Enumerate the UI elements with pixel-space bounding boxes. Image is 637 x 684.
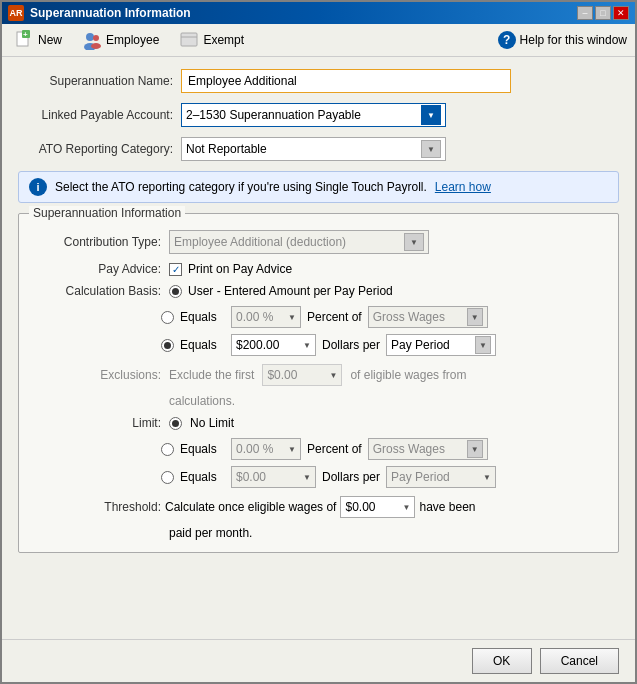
threshold-amount: $0.00 bbox=[345, 500, 375, 514]
exempt-toolbar-item[interactable]: Exempt bbox=[175, 28, 248, 52]
dollar-value-2: $200.00 bbox=[236, 338, 279, 352]
employee-toolbar-item[interactable]: Employee bbox=[78, 28, 163, 52]
no-limit-label: No Limit bbox=[190, 416, 234, 430]
equals-radio-1[interactable] bbox=[161, 311, 174, 324]
svg-text:+: + bbox=[23, 30, 28, 39]
equals-row-4: Equals $0.00 ▼ Dollars per Pay Period ▼ bbox=[161, 466, 606, 488]
new-toolbar-item[interactable]: + New bbox=[10, 28, 66, 52]
help-label: Help for this window bbox=[520, 33, 627, 47]
ok-button[interactable]: OK bbox=[472, 648, 532, 674]
dollar-value-4: $0.00 bbox=[236, 470, 266, 484]
info-bar: i Select the ATO reporting category if y… bbox=[18, 171, 619, 203]
close-button[interactable]: ✕ bbox=[613, 6, 629, 20]
limit-calc-options: Equals 0.00 % ▼ Percent of Gross Wages ▼ bbox=[161, 438, 606, 488]
pay-advice-checkbox[interactable]: ✓ bbox=[169, 263, 182, 276]
contribution-type-dropdown[interactable]: Employee Additional (deduction) ▼ bbox=[169, 230, 429, 254]
footer: OK Cancel bbox=[2, 639, 635, 682]
exclusions-label: Exclusions: bbox=[31, 368, 161, 382]
percent-of-label-3: Percent of bbox=[307, 442, 362, 456]
pct-value-1: 0.00 % bbox=[236, 310, 273, 324]
new-icon: + bbox=[14, 30, 34, 50]
maximize-button[interactable]: □ bbox=[595, 6, 611, 20]
equals-radio-3[interactable] bbox=[161, 443, 174, 456]
ato-category-dropdown[interactable]: Not Reportable ▼ bbox=[181, 137, 446, 161]
linked-account-value: 2–1530 Superannuation Payable bbox=[186, 108, 361, 122]
pay-period-value: Pay Period bbox=[391, 338, 450, 352]
section-content: Contribution Type: Employee Additional (… bbox=[31, 230, 606, 540]
gross-wages-value-1: Gross Wages bbox=[373, 310, 445, 324]
info-icon: i bbox=[29, 178, 47, 196]
pct-input-1[interactable]: 0.00 % ▼ bbox=[231, 306, 301, 328]
svg-point-6 bbox=[91, 43, 101, 49]
exempt-icon bbox=[179, 30, 199, 50]
exclude-text: Exclude the first bbox=[169, 368, 254, 382]
dollars-per-label-2: Dollars per bbox=[322, 470, 380, 484]
percent-of-label-1: Percent of bbox=[307, 310, 362, 324]
calc-basis-label: Calculation Basis: bbox=[31, 284, 161, 298]
section-title: Superannuation Information bbox=[29, 206, 185, 220]
calc-basis-value: User - Entered Amount per Pay Period bbox=[188, 284, 393, 298]
super-info-section: Superannuation Information Contribution … bbox=[18, 213, 619, 553]
threshold-text-2: have been bbox=[419, 500, 475, 514]
calc-options: Equals 0.00 % ▼ Percent of Gross Wages ▼ bbox=[161, 306, 606, 356]
equals-label-1: Equals bbox=[180, 310, 225, 324]
pay-period-dropdown-2[interactable]: Pay Period ▼ bbox=[386, 466, 496, 488]
no-limit-radio[interactable] bbox=[169, 417, 182, 430]
employee-icon bbox=[82, 30, 102, 50]
calc-basis-radio-row: User - Entered Amount per Pay Period bbox=[169, 284, 393, 298]
limit-label: Limit: bbox=[31, 416, 161, 430]
svg-rect-7 bbox=[181, 33, 197, 46]
pay-period-dropdown[interactable]: Pay Period ▼ bbox=[386, 334, 496, 356]
calculations-text: calculations. bbox=[169, 394, 235, 408]
toolbar-left: + New Employee bbox=[10, 28, 248, 52]
info-text: Select the ATO reporting category if you… bbox=[55, 180, 427, 194]
threshold-row-2: paid per month. bbox=[31, 526, 606, 540]
calc-basis-radio[interactable] bbox=[169, 285, 182, 298]
gross-wages-arrow-3[interactable]: ▼ bbox=[467, 440, 483, 458]
threshold-input[interactable]: $0.00 ▼ bbox=[340, 496, 415, 518]
pay-advice-row: Pay Advice: ✓ Print on Pay Advice bbox=[31, 262, 606, 276]
ato-dropdown-arrow[interactable]: ▼ bbox=[421, 140, 441, 158]
exclusion-input[interactable]: $0.00 ▼ bbox=[262, 364, 342, 386]
equals-radio-2[interactable] bbox=[161, 339, 174, 352]
window-title: Superannuation Information bbox=[30, 6, 191, 20]
threshold-row: Threshold: Calculate once eligible wages… bbox=[31, 496, 606, 518]
dollar-input-4[interactable]: $0.00 ▼ bbox=[231, 466, 316, 488]
learn-how-link[interactable]: Learn how bbox=[435, 180, 491, 194]
equals-label-3: Equals bbox=[180, 442, 225, 456]
contribution-type-value: Employee Additional (deduction) bbox=[174, 235, 346, 249]
gross-wages-dropdown-1[interactable]: Gross Wages ▼ bbox=[368, 306, 488, 328]
limit-row: Limit: No Limit bbox=[31, 416, 606, 430]
gross-wages-arrow-1[interactable]: ▼ bbox=[467, 308, 483, 326]
minimize-button[interactable]: – bbox=[577, 6, 593, 20]
threshold-text-1: Calculate once eligible wages of bbox=[165, 500, 336, 514]
exclusions-row: Exclusions: Exclude the first $0.00 ▼ of… bbox=[31, 364, 606, 386]
calc-basis-row: Calculation Basis: User - Entered Amount… bbox=[31, 284, 606, 298]
pay-period-arrow[interactable]: ▼ bbox=[475, 336, 491, 354]
equals-row-3: Equals 0.00 % ▼ Percent of Gross Wages ▼ bbox=[161, 438, 606, 460]
equals-radio-4[interactable] bbox=[161, 471, 174, 484]
of-eligible-text: of eligible wages from bbox=[350, 368, 466, 382]
equals-row-1: Equals 0.00 % ▼ Percent of Gross Wages ▼ bbox=[161, 306, 606, 328]
contribution-type-label: Contribution Type: bbox=[31, 235, 161, 249]
help-button[interactable]: ? Help for this window bbox=[498, 31, 627, 49]
super-name-row: Superannuation Name: bbox=[18, 69, 619, 93]
ato-category-value: Not Reportable bbox=[186, 142, 267, 156]
gross-wages-value-3: Gross Wages bbox=[373, 442, 445, 456]
linked-account-row: Linked Payable Account: 2–1530 Superannu… bbox=[18, 103, 619, 127]
cancel-button[interactable]: Cancel bbox=[540, 648, 619, 674]
ato-category-row: ATO Reporting Category: Not Reportable ▼ bbox=[18, 137, 619, 161]
linked-account-dropdown[interactable]: 2–1530 Superannuation Payable ▼ bbox=[181, 103, 446, 127]
gross-wages-dropdown-3[interactable]: Gross Wages ▼ bbox=[368, 438, 488, 460]
title-bar-left: AR Superannuation Information bbox=[8, 5, 191, 21]
pct-input-3[interactable]: 0.00 % ▼ bbox=[231, 438, 301, 460]
linked-account-label: Linked Payable Account: bbox=[18, 108, 173, 122]
dollar-input-2[interactable]: $200.00 ▼ bbox=[231, 334, 316, 356]
calculations-row: calculations. bbox=[31, 394, 606, 408]
super-name-input[interactable] bbox=[181, 69, 511, 93]
linked-account-arrow[interactable]: ▼ bbox=[421, 105, 441, 125]
threshold-label: Threshold: bbox=[31, 500, 161, 514]
equals-label-4: Equals bbox=[180, 470, 225, 484]
pay-advice-checkbox-label: Print on Pay Advice bbox=[188, 262, 292, 276]
exclusion-amount: $0.00 bbox=[267, 368, 297, 382]
